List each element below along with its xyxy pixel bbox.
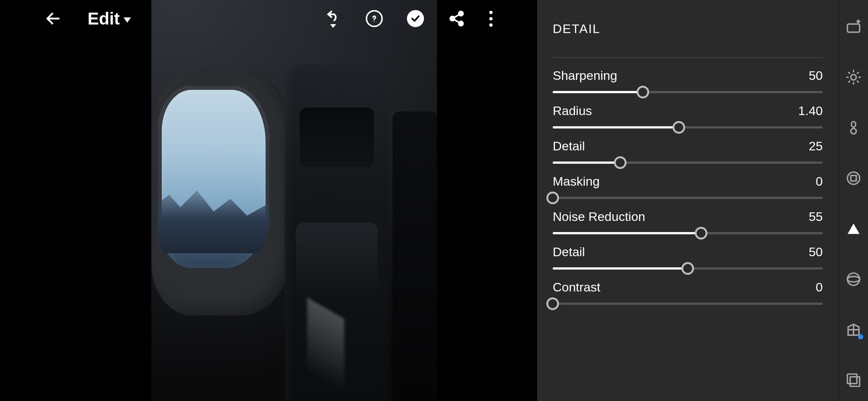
svg-rect-21	[851, 176, 857, 181]
geometry-icon[interactable]	[845, 322, 862, 338]
slider-track[interactable]	[553, 267, 823, 270]
slider-label: Detail	[553, 139, 585, 153]
slider-thumb[interactable]	[546, 297, 559, 310]
slider-value: 55	[809, 209, 823, 224]
svg-point-4	[459, 22, 463, 26]
slider-detail-5: Detail50	[553, 245, 823, 270]
confirm-button[interactable]	[407, 10, 424, 27]
light-icon[interactable]	[845, 69, 862, 85]
chevron-down-icon	[124, 17, 131, 23]
slider-detail-2: Detail25	[553, 139, 823, 164]
slider-thumb[interactable]	[546, 192, 559, 204]
slider-label: Contrast	[553, 280, 601, 294]
more-button[interactable]	[489, 11, 493, 27]
slider-track[interactable]	[553, 162, 823, 164]
detail-icon[interactable]	[845, 221, 862, 237]
share-button[interactable]	[448, 10, 465, 27]
detail-panel: DETAIL Sharpening50Radius1.40Detail25Mas…	[537, 0, 838, 401]
svg-rect-17	[852, 122, 856, 127]
svg-point-8	[851, 75, 857, 80]
svg-line-13	[849, 72, 850, 74]
slider-value: 50	[809, 245, 823, 259]
mode-label: Edit	[88, 9, 120, 29]
slider-radius-1: Radius1.40	[553, 104, 823, 128]
svg-point-3	[450, 16, 455, 21]
slider-thumb[interactable]	[637, 86, 649, 98]
svg-rect-7	[848, 24, 860, 32]
tool-rail	[838, 0, 868, 401]
slider-label: Sharpening	[553, 68, 617, 83]
slider-track[interactable]	[553, 232, 823, 234]
slider-label: Noise Reduction	[553, 209, 645, 224]
back-button[interactable]	[45, 10, 62, 27]
slider-value: 50	[809, 68, 823, 83]
slider-value: 25	[809, 139, 823, 153]
slider-track[interactable]	[553, 303, 823, 305]
svg-point-2	[459, 12, 463, 16]
badge-dot	[858, 334, 863, 339]
svg-line-15	[849, 81, 850, 82]
svg-line-16	[857, 72, 858, 74]
panel-title: DETAIL	[553, 0, 823, 58]
slider-thumb[interactable]	[695, 227, 707, 239]
auto-icon[interactable]	[845, 19, 862, 35]
slider-track[interactable]	[553, 126, 823, 128]
slider-value: 0	[816, 174, 823, 189]
effects-icon[interactable]	[845, 170, 862, 186]
slider-noise-reduction-4: Noise Reduction55	[553, 209, 823, 234]
color-icon[interactable]	[845, 120, 862, 136]
slider-thumb[interactable]	[614, 156, 627, 169]
slider-track[interactable]	[553, 91, 823, 93]
versions-icon[interactable]	[845, 372, 862, 388]
svg-line-6	[454, 20, 459, 23]
svg-line-5	[454, 14, 459, 17]
svg-rect-27	[848, 374, 857, 384]
help-button[interactable]	[366, 10, 383, 27]
optics-icon[interactable]	[845, 271, 862, 287]
slider-label: Radius	[553, 104, 592, 118]
svg-point-23	[848, 277, 860, 282]
slider-label: Detail	[553, 245, 585, 259]
slider-thumb[interactable]	[673, 121, 685, 134]
svg-rect-26	[850, 377, 860, 387]
svg-line-14	[857, 81, 858, 82]
svg-point-18	[851, 128, 857, 134]
slider-contrast-6: Contrast0	[553, 280, 823, 305]
svg-point-22	[848, 273, 860, 286]
slider-masking-3: Masking0	[553, 174, 823, 199]
slider-track[interactable]	[553, 197, 823, 199]
slider-sharpening-0: Sharpening50	[553, 68, 823, 93]
chevron-down-icon	[330, 24, 336, 28]
slider-value: 0	[816, 280, 823, 294]
photo-preview[interactable]	[151, 0, 437, 401]
svg-point-20	[848, 172, 860, 185]
top-toolbar: Edit	[0, 0, 537, 37]
slider-value: 1.40	[798, 104, 823, 118]
slider-label: Masking	[553, 174, 600, 189]
svg-point-1	[374, 20, 375, 22]
mode-dropdown[interactable]: Edit	[88, 9, 131, 29]
undo-button[interactable]	[325, 9, 342, 28]
slider-thumb[interactable]	[681, 262, 694, 275]
